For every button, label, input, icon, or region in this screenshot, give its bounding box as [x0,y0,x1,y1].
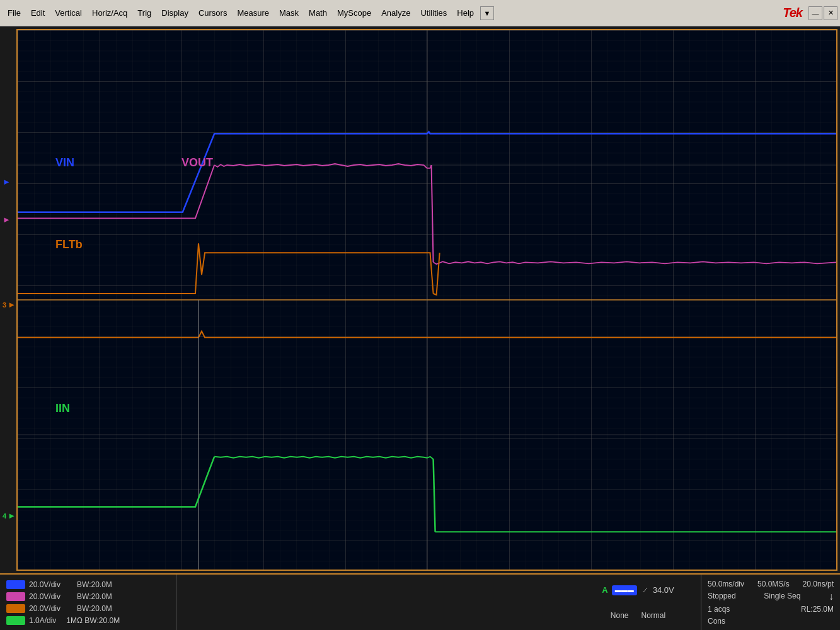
ch3-color-indicator [6,604,25,613]
trigger-mode-label: A [602,585,607,595]
status-middle-spacer [176,575,575,630]
ch2-bw: BW:20.0M [77,592,112,601]
ch1-color-indicator [6,580,25,589]
ch3-bottom [18,331,836,338]
ch3-scale: 20.0V/div [29,604,60,613]
menu-myscope[interactable]: MyScope [332,6,376,20]
ch4-scale: 1.0A/div [29,616,56,625]
ch3-waveform-high [434,253,440,295]
menu-trig[interactable]: Trig [132,6,156,20]
ch4-marker[interactable]: 4► [3,511,16,520]
trigger-level: 34.0V [653,585,674,595]
acq-mode: Single Seq [764,592,800,602]
ch4-color-indicator [6,616,25,625]
menu-dropdown-button[interactable]: ▼ [480,6,494,20]
ch1-bw: BW:20.0M [77,580,112,589]
menu-horiz-acq[interactable]: Horiz/Acq [87,6,132,20]
ch1-waveform [18,132,836,212]
waveform-svg [18,30,836,570]
ch2-waveform-low [434,261,836,264]
ch3-label: FLTb [55,238,83,251]
ch1-marker[interactable]: ► [3,177,11,186]
record-length: RL:25.0M [801,605,834,614]
ch3-info-row: 20.0V/div BW:20.0M [6,604,170,613]
trigger-indicator: ▬▬▬ [612,585,637,595]
timebase-section: 50.0ms/div 50.0MS/s 20.0ns/pt Stopped Si… [701,575,840,630]
waveform-area: ► ► 3► 4► ▼ ◄ [0,26,840,573]
ch4-info-row: 1.0A/div 1MΩ BW:20.0M [6,616,170,625]
ch4-flat-high [214,457,433,459]
ch4-drop [434,459,435,532]
acq-status: Stopped [708,592,736,602]
acq-arrow: ↓ [829,592,834,602]
menu-cursors[interactable]: Cursors [193,6,233,20]
ch2-color-indicator [6,592,25,601]
ch4-waveform [18,457,214,507]
trigger-section: A ▬▬▬ ⟋ 34.0V None Normal [575,575,701,630]
scope-container: ► ► 3► 4► ▼ ◄ [0,26,840,630]
trigger-mode: Normal [642,611,666,620]
acq-count: 1 acqs [708,605,730,614]
ch1-label: VIN [55,156,74,169]
sample-rate: 50.0MS/s [757,580,790,588]
ch2-marker[interactable]: ► [3,215,11,224]
menu-file[interactable]: File [3,6,26,20]
menu-vertical[interactable]: Vertical [50,6,87,20]
trigger-slope-icon: ⟋ [641,585,649,595]
close-button[interactable]: ✕ [824,6,837,20]
ch1-scale: 20.0V/div [29,580,60,589]
ch4-bw: 1MΩ BW:20.0M [66,616,120,625]
ch1-info-row: 20.0V/div BW:20.0M [6,580,170,589]
menu-display[interactable]: Display [156,6,193,20]
menu-edit[interactable]: Edit [26,6,50,20]
trigger-coupling: None [611,611,629,620]
ch3-bw: BW:20.0M [77,604,112,613]
ch4-label: IIN [55,402,70,415]
menubar: File Edit Vertical Horiz/Acq Trig Displa… [0,0,840,26]
menu-analyze[interactable]: Analyze [376,6,415,20]
status-bar: 20.0V/div BW:20.0M 20.0V/div BW:20.0M 20… [0,573,840,630]
minimize-button[interactable]: — [808,6,822,20]
ch2-waveform-drop [432,165,434,262]
ns-pt: 20.0ns/pt [803,580,834,588]
ch2-label: VOUT [181,156,213,169]
menu-help[interactable]: Help [452,6,479,20]
menu-utilities[interactable]: Utilities [415,6,452,20]
cons-label: Cons [708,617,834,626]
ch2-waveform-part2 [214,164,431,168]
tek-logo: Tek [783,6,802,20]
menu-measure[interactable]: Measure [232,6,274,20]
menu-mask[interactable]: Mask [274,6,304,20]
timebase-scale: 50.0ms/div [708,580,744,588]
ch3-marker[interactable]: 3► [3,300,16,309]
ch2-waveform-part1 [18,165,214,219]
ch2-scale: 20.0V/div [29,592,60,601]
scope-screen: ▼ ◄ [16,29,837,571]
channel-info-section: 20.0V/div BW:20.0M 20.0V/div BW:20.0M 20… [0,575,176,630]
ch2-info-row: 20.0V/div BW:20.0M [6,592,170,601]
menu-math[interactable]: Math [304,6,332,20]
